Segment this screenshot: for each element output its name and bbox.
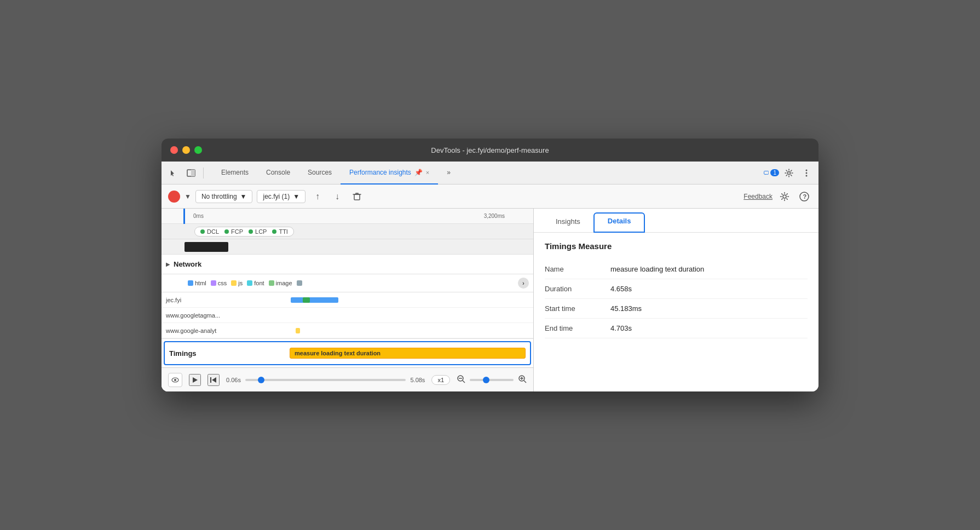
tab-sources[interactable]: Sources xyxy=(299,162,341,185)
network-label: Network xyxy=(174,260,201,268)
insights-panel: Insights Details Timings Measure Name me… xyxy=(534,209,818,391)
svg-rect-1 xyxy=(191,170,195,176)
tab-close-icon[interactable]: × xyxy=(426,169,429,176)
tab-performance-insights[interactable]: Performance insights 📌 × xyxy=(341,162,438,185)
lcp-dot xyxy=(249,229,253,234)
traffic-lights xyxy=(170,146,202,154)
svg-point-3 xyxy=(788,171,791,174)
maximize-button[interactable] xyxy=(194,146,202,154)
bar-3 xyxy=(291,327,529,335)
throttling-dropdown[interactable]: No throttling ▼ xyxy=(195,190,253,203)
upload-button[interactable]: ↑ xyxy=(310,189,325,204)
detail-value-end: 4.703s xyxy=(610,324,632,332)
svg-line-20 xyxy=(524,381,526,383)
tti-marker: TTI xyxy=(272,228,288,235)
network-rows: jec.fyi www.googletagma... xyxy=(162,292,533,338)
tab-elements[interactable]: Elements xyxy=(212,162,257,185)
bar-seg-green xyxy=(303,297,310,303)
network-row-1: jec.fyi xyxy=(162,292,533,308)
delete-button[interactable] xyxy=(349,189,365,204)
url-2: www.googletagma... xyxy=(166,312,286,319)
network-header[interactable]: ▶ Network xyxy=(162,255,533,274)
window-title: DevTools - jec.fyi/demo/perf-measure xyxy=(431,146,549,154)
profile-label: jec.fyi (1) xyxy=(263,193,290,200)
speed-button[interactable]: x1 xyxy=(431,375,450,385)
timing-bar: measure loading text duration xyxy=(290,348,526,359)
svg-rect-2 xyxy=(764,171,769,174)
record-dropdown-arrow[interactable]: ▼ xyxy=(185,193,191,200)
marker-pills: DCL FCP LCP TTI xyxy=(194,227,294,237)
zoom-track[interactable] xyxy=(470,379,514,381)
record-button[interactable] xyxy=(168,191,180,203)
font-color xyxy=(247,280,252,286)
zoom-thumb[interactable] xyxy=(483,377,489,383)
time-start-label: 0ms xyxy=(193,213,204,219)
profile-dropdown[interactable]: jec.fyi (1) ▼ xyxy=(257,190,305,203)
zoom-controls xyxy=(457,375,527,385)
insights-content: Timings Measure Name measure loading tex… xyxy=(534,233,818,347)
expand-icon: ▶ xyxy=(166,261,170,267)
dcl-marker: DCL xyxy=(200,228,219,235)
toolbar: ▼ No throttling ▼ jec.fyi (1) ▼ ↑ ↓ Feed… xyxy=(162,185,818,209)
scroll-right[interactable]: › xyxy=(518,278,529,289)
help-icon[interactable]: ? xyxy=(797,189,812,204)
dock-icon[interactable] xyxy=(183,165,199,181)
tab-more[interactable]: » xyxy=(438,162,459,185)
legend-js: js xyxy=(231,280,243,286)
insights-tabs: Insights Details xyxy=(534,209,818,233)
marker-row: DCL FCP LCP TTI xyxy=(162,224,533,239)
detail-value-name: measure loading text duration xyxy=(610,265,704,273)
range-track[interactable] xyxy=(245,379,406,381)
feedback-link[interactable]: Feedback xyxy=(743,193,773,200)
detail-row-start: Start time 45.183ms xyxy=(545,299,808,319)
css-color xyxy=(211,280,216,286)
lcp-marker: LCP xyxy=(249,228,267,235)
network-row-3: www.google-analyt xyxy=(162,323,533,338)
detail-row-duration: Duration 4.658s xyxy=(545,279,808,299)
notification-badge: 1 xyxy=(770,169,779,176)
minimize-button[interactable] xyxy=(182,146,190,154)
tab-insights[interactable]: Insights xyxy=(543,217,593,232)
settings-gear-icon[interactable] xyxy=(777,189,792,204)
range-end: 5.08s xyxy=(410,377,425,383)
tab-bar: Elements Console Sources Performance ins… xyxy=(162,162,818,185)
tab-details[interactable]: Details xyxy=(593,212,645,233)
throttling-label: No throttling xyxy=(201,193,237,200)
download-button[interactable]: ↓ xyxy=(330,189,345,204)
detail-label-end: End time xyxy=(545,324,610,332)
timing-bar-fill: measure loading text duration xyxy=(290,348,526,359)
bar-2 xyxy=(291,312,529,319)
detail-label-name: Name xyxy=(545,265,610,273)
chat-icon[interactable]: 1 xyxy=(764,165,779,181)
more-icon[interactable] xyxy=(799,165,814,181)
timeline-panel: 0ms 3,200ms DCL FCP xyxy=(162,209,534,391)
bottom-bar: 0.06s 5.08s x1 xyxy=(162,367,533,391)
legend-other xyxy=(297,280,302,286)
range-start: 0.06s xyxy=(226,377,241,383)
close-button[interactable] xyxy=(170,146,178,154)
screenshot-toggle[interactable] xyxy=(168,373,182,387)
svg-point-8 xyxy=(783,195,786,198)
main-content: 0ms 3,200ms DCL FCP xyxy=(162,209,818,391)
url-3: www.google-analyt xyxy=(166,327,286,334)
timeline-ruler: 0ms 3,200ms xyxy=(162,209,533,224)
js-color xyxy=(231,280,237,286)
zoom-out-icon xyxy=(457,375,465,385)
detail-label-duration: Duration xyxy=(545,285,610,293)
detail-row-name: Name measure loading text duration xyxy=(545,260,808,279)
cursor-icon[interactable] xyxy=(166,165,181,181)
html-color xyxy=(188,280,193,286)
settings-icon[interactable] xyxy=(781,165,797,181)
timings-row[interactable]: Timings measure loading text duration xyxy=(164,341,531,365)
dcl-dot xyxy=(200,229,205,234)
devtools-body: Elements Console Sources Performance ins… xyxy=(162,162,818,391)
range-thumb[interactable] xyxy=(258,377,264,383)
play-button[interactable] xyxy=(189,374,201,386)
bar-seg-js xyxy=(296,328,301,333)
tab-console[interactable]: Console xyxy=(257,162,299,185)
legend-row: html css js font xyxy=(162,274,533,292)
time-end-label: 3,200ms xyxy=(484,213,505,219)
screenshot-row xyxy=(162,239,533,255)
step-back-button[interactable] xyxy=(207,374,220,386)
network-section: ▶ Network html css xyxy=(162,255,533,339)
